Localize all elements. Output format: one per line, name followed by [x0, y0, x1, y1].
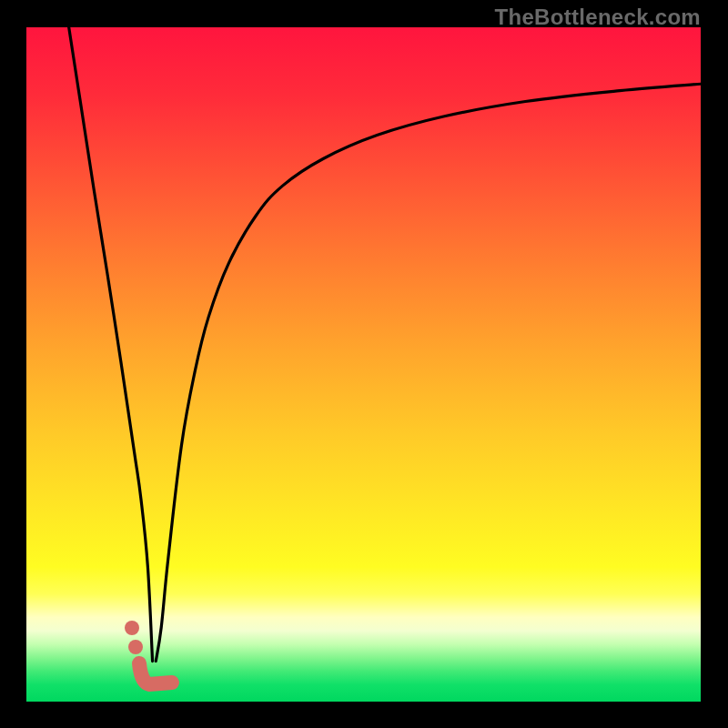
- watermark-text: TheBottleneck.com: [495, 5, 701, 30]
- marker-dot-icon: [128, 640, 143, 654]
- marker-hook-icon: [139, 663, 172, 684]
- optimal-marker: [125, 621, 172, 684]
- bottleneck-curve-right: [156, 84, 701, 661]
- curve-layer: [26, 27, 701, 702]
- plot-area: [26, 27, 701, 702]
- chart-stage: TheBottleneck.com: [0, 0, 728, 728]
- marker-dot-icon: [125, 621, 139, 635]
- bottleneck-curve-left: [69, 27, 153, 662]
